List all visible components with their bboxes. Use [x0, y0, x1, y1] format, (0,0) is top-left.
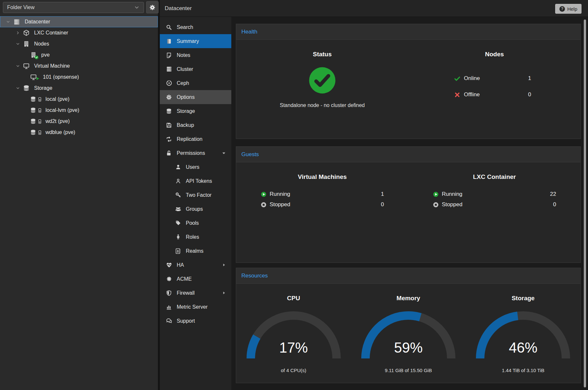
tree-item-label: 101 (opnsense)	[43, 74, 79, 80]
menu-item-label: Replication	[177, 136, 202, 142]
page-title: Datacenter	[165, 0, 192, 17]
status-heading: Status	[236, 51, 408, 58]
menu-item-users[interactable]: Users	[160, 160, 231, 174]
nodes-online-label: Online	[464, 75, 480, 82]
view-selector[interactable]: Folder View	[3, 2, 144, 13]
tree-item-nodes[interactable]: Nodes	[0, 38, 158, 49]
tree-item-storage[interactable]: Storage	[0, 83, 158, 94]
tree-item-virtual-machine[interactable]: Virtual Machine	[0, 61, 158, 72]
vm-stopped-label: Stopped	[270, 201, 290, 208]
vm-stopped-row: Stopped 0	[261, 199, 384, 210]
chevron-expanded-icon[interactable]	[13, 64, 23, 68]
menu-item-label: Two Factor	[186, 192, 211, 198]
floppy-icon	[165, 122, 173, 128]
menu-item-permissions[interactable]: Permissions	[160, 146, 231, 160]
check-badge-icon	[34, 55, 39, 60]
lxc-stopped-label: Stopped	[442, 201, 462, 208]
menu-item-label: Metric Server	[177, 304, 208, 310]
menu-item-label: Notes	[177, 52, 190, 58]
ceph-icon	[165, 80, 173, 87]
menu-item-summary[interactable]: Summary	[160, 34, 231, 48]
vm-running-row: Running 1	[261, 189, 384, 199]
heartbeat-icon	[165, 262, 173, 268]
vm-stopped-value: 0	[381, 201, 384, 208]
virtual-machines-heading: Virtual Machines	[236, 173, 408, 181]
status-message: Standalone node - no cluster defined	[236, 102, 408, 108]
user-outline-icon	[174, 178, 182, 184]
guests-panel-header: Guests	[236, 147, 581, 162]
certificate-seal-icon	[165, 276, 173, 282]
menu-item-ha[interactable]: HA	[160, 258, 231, 272]
comments-icon	[165, 317, 173, 324]
question-circle-icon: ?	[559, 6, 565, 12]
tree-item-pve[interactable]: pve	[0, 49, 158, 61]
storage-drive-icon	[30, 107, 42, 114]
chevron-collapsed-icon[interactable]	[13, 31, 23, 35]
scrollbar-thumb[interactable]	[584, 20, 586, 387]
storage-drive-icon	[30, 96, 42, 102]
tree-item-vm-101[interactable]: 101 (opnsense)	[0, 72, 158, 83]
expand-triangle-icon[interactable]	[222, 262, 226, 267]
menu-item-storage[interactable]: Storage	[160, 104, 231, 118]
chevron-expanded-icon[interactable]	[13, 42, 23, 46]
menu-item-replication[interactable]: Replication	[160, 132, 231, 146]
virtual-machines-column: Virtual Machines Running 1 Stopped 0	[236, 162, 408, 262]
menu-item-groups[interactable]: Groups	[160, 202, 231, 216]
menu-item-search[interactable]: Search	[160, 20, 231, 34]
view-selector-value: Folder View	[7, 5, 34, 10]
menu-item-firewall[interactable]: Firewall	[160, 286, 231, 300]
tree-item-label: Nodes	[34, 41, 49, 47]
help-button[interactable]: ? Help	[555, 4, 582, 14]
tree-settings-button[interactable]	[146, 1, 159, 13]
menu-item-acme[interactable]: ACME	[160, 272, 231, 286]
shield-icon	[165, 290, 173, 296]
menu-item-label: Summary	[177, 38, 199, 44]
chevron-expanded-icon[interactable]	[13, 86, 23, 90]
menu-item-label: Pools	[186, 220, 199, 226]
building-icon	[23, 40, 30, 47]
nodes-heading: Nodes	[408, 51, 581, 58]
tree-item-storage-wdblue[interactable]: wdblue (pve)	[0, 127, 158, 138]
collapse-triangle-icon[interactable]	[221, 151, 226, 156]
play-badge-icon	[36, 76, 40, 81]
user-icon	[174, 164, 182, 170]
cpu-gauge: 17%	[244, 311, 343, 360]
cross-icon	[454, 91, 461, 98]
cluster-status-column: Status Standalone node - no cluster defi…	[236, 40, 408, 139]
cpu-gauge-column: CPU 17% of 4 CPU(s)	[236, 284, 351, 383]
tree-item-storage-local[interactable]: local (pve)	[0, 94, 158, 105]
tree-item-storage-wd2t[interactable]: wd2t (pve)	[0, 116, 158, 127]
storage-drive-icon	[30, 129, 42, 136]
tree-item-label: Virtual Machine	[34, 63, 70, 69]
tree-item-lxc-container[interactable]: LXC Container	[0, 27, 158, 38]
menu-item-pools[interactable]: Pools	[160, 216, 231, 230]
menu-item-ceph[interactable]: Ceph	[160, 76, 231, 90]
menu-item-cluster[interactable]: Cluster	[160, 62, 231, 76]
health-panel-header: Health	[236, 24, 581, 40]
cpu-detail: of 4 CPU(s)	[236, 368, 351, 373]
tree-item-datacenter[interactable]: Datacenter	[0, 16, 158, 27]
chevron-expanded-icon[interactable]	[3, 20, 13, 24]
menu-item-label: ACME	[177, 276, 192, 282]
tree-item-storage-local-lvm[interactable]: local-lvm (pve)	[0, 105, 158, 116]
menu-item-backup[interactable]: Backup	[160, 118, 231, 132]
status-ok-icon	[308, 66, 336, 94]
menu-item-metric-server[interactable]: Metric Server	[160, 300, 231, 314]
server-rack-icon	[165, 66, 173, 73]
menu-item-realms[interactable]: Realms	[160, 244, 231, 258]
menu-item-api-tokens[interactable]: API Tokens	[160, 174, 231, 188]
expand-triangle-icon[interactable]	[222, 290, 226, 295]
menu-item-notes[interactable]: Notes	[160, 48, 231, 62]
menu-item-support[interactable]: Support	[160, 314, 231, 328]
menu-item-options[interactable]: Options	[160, 90, 231, 104]
memory-gauge-column: Memory 59% 9.11 GiB of 15.50 GiB	[351, 284, 466, 383]
menu-item-two-factor[interactable]: Two Factor	[160, 188, 231, 202]
tag-icon	[174, 220, 182, 226]
menu-item-label: Roles	[186, 234, 199, 240]
menu-item-label: Groups	[186, 206, 203, 212]
summary-content: Health Status Standalone node - no clust…	[231, 17, 588, 390]
memory-percent: 59%	[359, 340, 458, 356]
memory-heading: Memory	[351, 295, 466, 302]
menu-item-roles[interactable]: Roles	[160, 230, 231, 244]
sync-arrows-icon	[165, 136, 173, 142]
